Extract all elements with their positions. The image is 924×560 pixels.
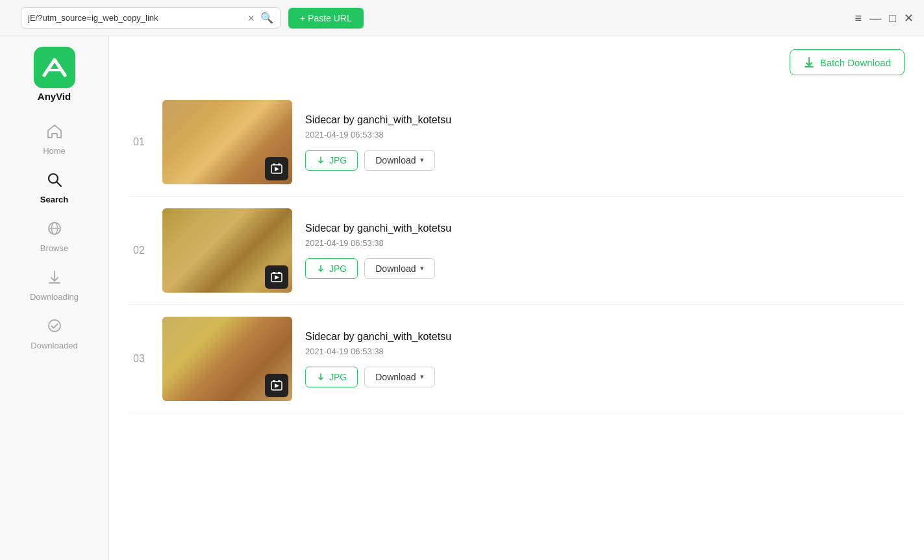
item-actions: JPG Download ▾ [305, 367, 905, 387]
search-icon: 🔍 [260, 12, 273, 24]
jpg-download-icon [316, 156, 325, 165]
item-number: 02 [129, 245, 149, 256]
media-item: 03 Sidecar by ganchi_with_kotetsu 2021-0… [129, 305, 905, 413]
paste-url-button[interactable]: + Paste URL [288, 8, 364, 29]
downloading-label: Downloading [30, 292, 79, 302]
download-button[interactable]: Download ▾ [364, 150, 434, 171]
item-actions: JPG Download ▾ [305, 258, 905, 279]
media-type-icon [265, 265, 288, 289]
jpg-button[interactable]: JPG [305, 150, 358, 171]
download-button[interactable]: Download ▾ [364, 258, 434, 279]
sidebar-item-search[interactable]: Search [0, 164, 108, 212]
main-layout: AnyVid Home Search [0, 36, 924, 560]
menu-button[interactable]: ≡ [855, 12, 862, 24]
chevron-down-icon: ▾ [420, 372, 424, 381]
item-info: Sidecar by ganchi_with_kotetsu 2021-04-1… [305, 114, 905, 171]
url-clear-button[interactable]: ✕ [247, 14, 255, 23]
downloaded-label: Downloaded [31, 341, 77, 350]
browse-label: Browse [40, 243, 68, 253]
item-thumbnail [162, 100, 292, 184]
maximize-button[interactable]: □ [889, 12, 896, 24]
svg-rect-7 [273, 164, 275, 165]
svg-rect-8 [278, 164, 281, 165]
app-logo [34, 47, 75, 88]
minimize-button[interactable]: — [869, 12, 881, 24]
svg-point-5 [49, 320, 60, 332]
item-title: Sidecar by ganchi_with_kotetsu [305, 331, 905, 343]
sidebar-item-downloading[interactable]: Downloading [0, 261, 108, 310]
chevron-down-icon: ▾ [420, 156, 424, 164]
jpg-button[interactable]: JPG [305, 367, 358, 387]
home-icon [46, 123, 63, 143]
downloading-icon [46, 269, 63, 289]
jpg-download-icon [316, 264, 325, 273]
svg-rect-13 [273, 380, 275, 382]
item-thumbnail [162, 208, 292, 293]
sidebar-item-downloaded[interactable]: Downloaded [0, 310, 108, 358]
downloaded-icon [46, 317, 63, 338]
batch-download-icon [803, 56, 815, 68]
batch-download-label: Batch Download [820, 57, 891, 68]
item-date: 2021-04-19 06:53:38 [305, 238, 905, 248]
jpg-button[interactable]: JPG [305, 258, 358, 279]
window-controls: ≡ — □ ✕ [855, 12, 914, 24]
url-text: jE/?utm_source=ig_web_copy_link [28, 13, 242, 23]
batch-download-bar: Batch Download [129, 49, 905, 75]
svg-line-1 [56, 182, 61, 187]
item-date: 2021-04-19 06:53:38 [305, 130, 905, 140]
jpg-download-icon [316, 372, 325, 382]
home-label: Home [43, 146, 66, 156]
browse-icon [46, 220, 63, 241]
content-area: Batch Download 01 Sidecar by ganchi_with… [109, 36, 924, 560]
sidebar-item-browse[interactable]: Browse [0, 212, 108, 261]
sidebar: AnyVid Home Search [0, 36, 109, 560]
svg-rect-10 [273, 272, 275, 274]
batch-download-button[interactable]: Batch Download [790, 49, 905, 75]
sidebar-item-home[interactable]: Home [0, 115, 108, 164]
media-list: 01 Sidecar by ganchi_with_kotetsu 2021-0… [129, 88, 905, 413]
search-label: Search [40, 195, 68, 204]
url-bar[interactable]: jE/?utm_source=ig_web_copy_link ✕ 🔍 [21, 7, 281, 29]
title-bar: jE/?utm_source=ig_web_copy_link ✕ 🔍 + Pa… [0, 0, 924, 36]
media-item: 01 Sidecar by ganchi_with_kotetsu 2021-0… [129, 88, 905, 197]
svg-rect-11 [278, 272, 281, 274]
item-title: Sidecar by ganchi_with_kotetsu [305, 223, 905, 234]
search-nav-icon [46, 171, 63, 192]
item-number: 03 [129, 353, 149, 365]
item-thumbnail [162, 317, 292, 401]
download-button[interactable]: Download ▾ [364, 367, 434, 387]
media-type-icon [265, 157, 288, 180]
item-actions: JPG Download ▾ [305, 150, 905, 171]
item-info: Sidecar by ganchi_with_kotetsu 2021-04-1… [305, 331, 905, 387]
item-number: 01 [129, 136, 149, 148]
svg-rect-14 [278, 380, 281, 382]
close-button[interactable]: ✕ [904, 12, 914, 24]
item-info: Sidecar by ganchi_with_kotetsu 2021-04-1… [305, 223, 905, 279]
item-date: 2021-04-19 06:53:38 [305, 347, 905, 356]
app-name: AnyVid [38, 91, 71, 102]
chevron-down-icon: ▾ [420, 264, 424, 273]
item-title: Sidecar by ganchi_with_kotetsu [305, 114, 905, 126]
media-type-icon [265, 374, 288, 397]
media-item: 02 Sidecar by ganchi_with_kotetsu 2021-0… [129, 197, 905, 305]
